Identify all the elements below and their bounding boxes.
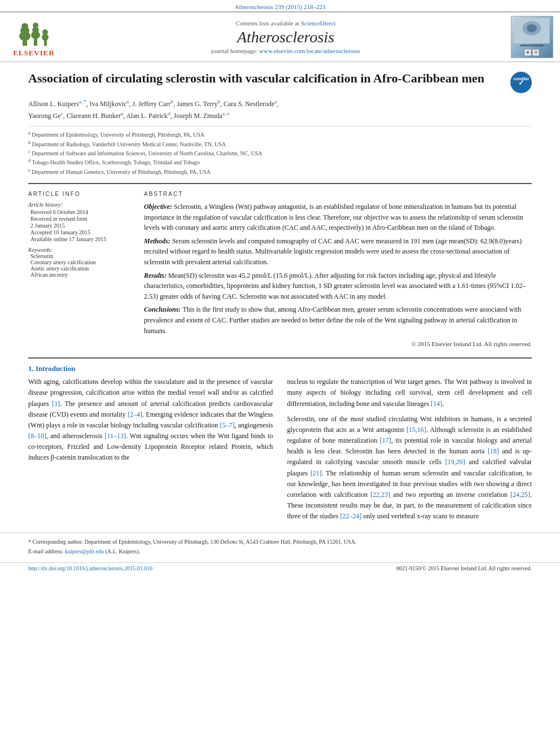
svg-point-10 (42, 29, 48, 35)
page-container: Atherosclerosis 239 (2015) 218–223 (0, 0, 560, 574)
corresponding-author-note: * Corresponding author. Department of Ep… (28, 538, 532, 546)
sciencedirect-link[interactable]: ScienceDirect (301, 20, 336, 27)
ref-8-10: [8–10] (28, 432, 46, 440)
thumb-icon-1: ⊕ (524, 49, 531, 56)
doi-link[interactable]: http://dx.doi.org/10.1016/j.atherosclero… (28, 565, 152, 571)
ref-24-25: [24,25] (510, 491, 530, 499)
contents-line: Contents lists available at ScienceDirec… (62, 20, 509, 27)
results-label: Results: (144, 272, 167, 279)
svg-text:CrossMark: CrossMark (513, 77, 529, 81)
journal-title: Atherosclerosis (62, 28, 509, 46)
body-two-col: With aging, calcifications develop withi… (28, 377, 532, 526)
affiliations: a Department of Epidemiology, University… (28, 126, 532, 176)
conclusions-text: This is the first study to show that, am… (144, 305, 521, 334)
history-label: Article history: (28, 202, 133, 208)
objective-text: Sclerostin, a Wingless (Wnt) pathway ant… (144, 203, 523, 231)
article-info-heading: ARTICLE INFO (28, 191, 133, 197)
ref-21: [21] (310, 469, 322, 477)
body-section: 1. Introduction With aging, calcificatio… (0, 364, 560, 526)
authors-line: Allison L. Kuipersa, *, Iva Miljkovica, … (28, 98, 532, 121)
crossmark-badge: ✓ CrossMark (510, 72, 532, 93)
accepted-date: Accepted 10 January 2015 (28, 229, 133, 235)
svg-rect-4 (34, 38, 37, 46)
crossmark-icon: ✓ CrossMark (510, 72, 532, 93)
body-right-col: nucleus to regulate the transcription of… (287, 377, 532, 526)
info-abstract-section: ARTICLE INFO Article history: Received 6… (28, 191, 532, 347)
elsevier-logo: ELSEVIER (6, 16, 62, 58)
ref-22-23: [22,23] (370, 491, 390, 499)
section1-title: 1. Introduction (28, 364, 532, 373)
methods-text: Serum sclerostin levels and computed tom… (144, 237, 522, 266)
ref-22-24: [22–24] (340, 512, 361, 520)
ref-11-13: [11–13] (104, 432, 126, 440)
abstract-methods: Methods: Serum sclerostin levels and com… (144, 236, 532, 268)
received-revised-label: Received in revised form (28, 216, 133, 222)
affiliation-a: a Department of Epidemiology, University… (28, 130, 532, 139)
journal-homepage-line: journal homepage: www.elsevier.com/locat… (62, 47, 509, 54)
journal-header: ELSEVIER Contents lists available at Sci… (0, 11, 560, 62)
affiliation-b: b Department of Radiology, Vanderbilt Un… (28, 139, 532, 148)
svg-rect-8 (44, 40, 47, 46)
abstract-col: ABSTRACT Objective: Sclerostin, a Wingle… (144, 191, 532, 347)
objective-label: Objective: (144, 203, 172, 211)
methods-label: Methods: (144, 237, 170, 245)
body-right-para1: nucleus to regulate the transcription of… (287, 377, 532, 409)
journal-reference-bar: Atherosclerosis 239 (2015) 218–223 (0, 0, 560, 11)
ref-1: [1] (52, 400, 60, 408)
keyword-cac: Coronary artery calcification (28, 259, 133, 265)
affiliation-c: c Department of Software and Information… (28, 148, 532, 158)
received-date: Received 6 October 2014 (28, 209, 133, 215)
thumb-image: atherosclerosis ⊕ ☷ (511, 16, 553, 58)
ref-15-16: [15,16] (406, 426, 426, 434)
keyword-sclerostin: Sclerostin (28, 253, 133, 259)
svg-point-7 (33, 23, 38, 28)
affiliation-d: d Tobago Health Studies Office, Scarboro… (28, 158, 532, 167)
body-left-para1: With aging, calcifications develop withi… (28, 377, 273, 464)
thumb-title-text: atherosclerosis (520, 43, 544, 48)
body-left-col: With aging, calcifications develop withi… (28, 377, 273, 526)
email-name: (A.L. Kuipers). (105, 548, 140, 554)
abstract-heading: ABSTRACT (144, 191, 532, 197)
ref-14: [14] (431, 400, 442, 408)
issn-text: 0021-9150/© 2015 Elsevier Ireland Ltd. A… (396, 565, 532, 571)
affiliation-e: e Department of Human Genetics, Universi… (28, 167, 532, 176)
divider-thick-2 (28, 357, 532, 359)
abstract-text: Objective: Sclerostin, a Wingless (Wnt) … (144, 202, 532, 336)
bottom-bar: http://dx.doi.org/10.1016/j.atherosclero… (0, 562, 560, 574)
revised-date: 2 January 2015 (28, 222, 133, 229)
journal-center: Contents lists available at ScienceDirec… (62, 20, 509, 54)
ref-19-20: [19,20] (445, 458, 465, 466)
ref-18: [18] (488, 447, 499, 455)
available-date: Available online 17 January 2015 (28, 236, 133, 242)
body-right-para2: Sclerostin, one of the most studied circ… (287, 414, 532, 522)
email-link[interactable]: kuipers@pitt.edu (65, 548, 104, 554)
ref-17: [17] (380, 436, 391, 444)
copyright-line: © 2015 Elsevier Ireland Ltd. All rights … (144, 340, 532, 347)
abstract-objective: Objective: Sclerostin, a Wingless (Wnt) … (144, 202, 532, 233)
ref-5-7: [5–7] (220, 421, 234, 429)
homepage-link[interactable]: www.elsevier.com/locate/atherosclerosis (259, 47, 360, 54)
abstract-results: Results: Mean(SD) sclerostin was 45.2 pm… (144, 270, 532, 302)
email-note: E-mail address: kuipers@pitt.edu (A.L. K… (28, 547, 532, 556)
divider-thick (28, 183, 532, 184)
conclusions-label: Conclusions: (144, 305, 181, 313)
article-title: Association of circulating sclerostin wi… (28, 71, 505, 87)
elsevier-wordmark: ELSEVIER (13, 49, 55, 58)
thumb-icons: ⊕ ☷ (524, 49, 539, 56)
elsevier-tree-icon (17, 16, 51, 47)
thumb-icon-2: ☷ (532, 49, 539, 56)
article-main: Association of circulating sclerostin wi… (0, 62, 560, 353)
abstract-conclusions: Conclusions: This is the first study to … (144, 304, 532, 336)
journal-thumbnail: atherosclerosis ⊕ ☷ (509, 16, 554, 58)
svg-point-3 (21, 23, 28, 29)
keyword-ancestry: African ancestry (28, 272, 133, 278)
svg-point-13 (527, 24, 537, 33)
results-text: Mean(SD) sclerostin was 45.2 pmol/L (15.… (144, 272, 526, 300)
thumb-cover-art (512, 18, 552, 43)
article-info-col: ARTICLE INFO Article history: Received 6… (28, 191, 133, 347)
keywords-label: Keywords: (28, 247, 133, 253)
keyword-aac: Aortic artery calcification (28, 265, 133, 272)
journal-ref-text: Atherosclerosis 239 (2015) 218–223 (234, 3, 325, 10)
footnotes-section: * Corresponding author. Department of Ep… (0, 532, 560, 560)
ref-2-4: [2–4] (128, 410, 142, 418)
